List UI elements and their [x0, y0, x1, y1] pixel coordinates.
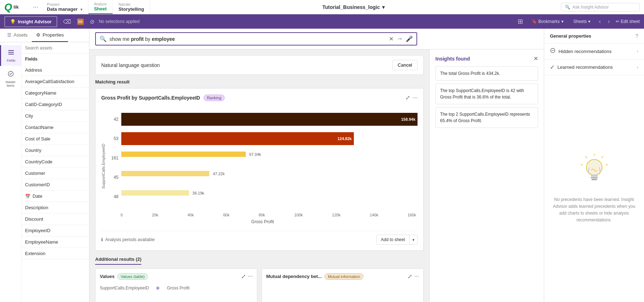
chart-inner: SupportCalls.EmployeeID 42: [101, 108, 418, 224]
field-item-catid[interactable]: CatID-CategoryID: [21, 99, 89, 110]
hidden-rec-arrow-icon: ›: [637, 49, 638, 54]
search-query: show me profit by employee: [109, 36, 386, 42]
field-item-contactname[interactable]: ContactName: [21, 122, 89, 133]
main-content: 🔍 show me profit by employee ✕ → 🎤 Natur…: [89, 29, 544, 302]
mini-card-mutual-header: Mutual dependency bet... Mutual informat…: [266, 273, 419, 280]
edit-sheet-button[interactable]: ✏ Edit sheet: [616, 19, 640, 24]
field-item-employeeid[interactable]: EmployeeID: [21, 225, 89, 236]
bookmarks-button[interactable]: 🔖 Bookmarks ▾: [529, 18, 566, 25]
field-item-description[interactable]: Description: [21, 202, 89, 214]
nav-narrate[interactable]: Narrate Storytelling: [113, 0, 150, 14]
mini-card-values-actions: ⤢ ···: [241, 273, 253, 280]
mini-card-mutual-title: Mutual dependency bet...: [266, 274, 322, 279]
fields-header: Fields: [21, 54, 89, 64]
search-bar: 🔍 show me profit by employee ✕ → 🎤: [89, 29, 544, 49]
top-nav: Q lik ··· Prepare Data manager ▾ Analyze…: [0, 0, 644, 14]
insights-close-icon[interactable]: ✕: [533, 55, 538, 62]
fields-icon: [8, 49, 15, 58]
svg-rect-1: [8, 52, 14, 53]
right-panel: General properties ? Hidden recommendati…: [544, 29, 644, 302]
chart-actions: ⤢ ···: [405, 94, 418, 101]
insights-title: Insights found: [435, 56, 470, 62]
search-clear-icon[interactable]: ✕: [389, 35, 394, 42]
field-item-customerid[interactable]: CustomerID: [21, 179, 89, 191]
nav-analyze-label: Analyze: [94, 2, 107, 6]
nav-analyze[interactable]: Analyze Sheet: [88, 0, 113, 14]
bar-value-161: 67.04k: [249, 152, 261, 157]
field-item-country[interactable]: Country: [21, 145, 89, 156]
svg-rect-12: [591, 174, 598, 176]
sidebar-item-fields[interactable]: Fields: [0, 45, 21, 66]
bar-label-161: 161: [108, 155, 118, 160]
matching-result-section: Matching result Gross Profit by SupportC…: [95, 79, 424, 251]
properties-tab[interactable]: ⚙ Properties: [32, 29, 68, 42]
nav-prepare[interactable]: Prepare Data manager ▾: [41, 0, 88, 14]
search-mic-icon[interactable]: 🎤: [406, 35, 413, 42]
sheets-dropdown-icon: ▾: [588, 19, 590, 24]
learned-recommendations-section[interactable]: ✓ Learned recommendations ›: [544, 59, 644, 75]
mutual-expand-icon[interactable]: ⤢: [408, 273, 412, 280]
add-to-sheet-button[interactable]: Add to sheet ▾: [376, 235, 418, 245]
bars-container: 42 158.94k 53: [108, 108, 418, 216]
calendar-icon: 📅: [25, 194, 30, 199]
chart-title-area: Gross Profit by SupportCalls.EmployeeID …: [101, 95, 225, 101]
svg-rect-14: [591, 179, 597, 180]
field-item-date[interactable]: 📅 Date: [21, 191, 89, 202]
more-options-icon[interactable]: ···: [30, 0, 41, 14]
add-to-sheet-dropdown-icon[interactable]: ▾: [410, 236, 417, 244]
expand-icon[interactable]: ⤢: [405, 94, 410, 101]
selection-back-icon[interactable]: ⌫: [62, 17, 73, 27]
toolbar-actions: ⌫ ⏩ ⊘ No selections applied: [62, 17, 512, 27]
field-item-address[interactable]: Address: [21, 64, 89, 76]
nav-prev-icon[interactable]: ‹: [597, 17, 602, 26]
bar-label-53: 53: [108, 136, 118, 141]
hidden-recommendations-section[interactable]: Hidden recommendations ›: [544, 43, 644, 59]
svg-line-8: [606, 164, 608, 165]
cancel-button[interactable]: Cancel: [392, 60, 418, 70]
logo-area: Q lik: [0, 0, 30, 14]
field-item-employeename[interactable]: EmployeeName: [21, 236, 89, 248]
nav-next-icon[interactable]: ›: [606, 17, 611, 26]
search-submit-icon[interactable]: →: [396, 35, 403, 43]
ask-insight-input[interactable]: 🔍 Ask Insight Advisor: [561, 3, 640, 11]
learned-rec-label: Learned recommendations: [557, 64, 613, 70]
values-expand-icon[interactable]: ⤢: [241, 273, 246, 280]
sidebar-item-master-items[interactable]: Master items: [0, 67, 21, 91]
master-items-icon: [7, 70, 14, 79]
values-link-icon[interactable]: ⊕: [156, 286, 160, 291]
sheets-button[interactable]: Sheets ▾: [571, 18, 593, 25]
field-item-customer[interactable]: Customer: [21, 168, 89, 179]
insight-icon: 💡: [10, 19, 16, 24]
bar-value-45: 47.22k: [213, 172, 225, 176]
master-items-label: Master items: [1, 80, 20, 87]
values-more-icon[interactable]: ···: [248, 273, 253, 280]
field-item-costofsale[interactable]: Cost of Sale: [21, 133, 89, 145]
bar-wrapper-161: 67.04k: [121, 152, 418, 164]
lightbulb-area: No precedents have been learned. Insight…: [544, 75, 644, 302]
field-item-avgcall[interactable]: AverageCallSatisfaction: [21, 76, 89, 87]
search-input-wrap[interactable]: 🔍 show me profit by employee ✕ → 🎤: [95, 32, 417, 45]
insight-advisor-button[interactable]: 💡 Insight Advisor: [4, 16, 57, 27]
help-icon[interactable]: ?: [635, 33, 638, 39]
more-options-icon[interactable]: ···: [413, 95, 418, 101]
search-assets-input[interactable]: [25, 45, 86, 51]
field-item-extension[interactable]: Extension: [21, 248, 89, 259]
search-icon: 🔍: [565, 5, 570, 10]
selection-fwd-icon[interactable]: ⏩: [75, 17, 86, 27]
analysis-periods: ℹ Analysis periods available: [101, 237, 155, 242]
field-item-city[interactable]: City: [21, 110, 89, 122]
app-name[interactable]: Tutorial_Business_logic ▾: [322, 4, 385, 10]
fields-list: Address AverageCallSatisfaction Category…: [21, 64, 89, 302]
grid-icon[interactable]: ⊞: [516, 16, 525, 27]
mutual-more-icon[interactable]: ···: [414, 273, 419, 280]
ask-insight-label: Ask Insight Advisor: [572, 5, 609, 10]
field-item-categoryname[interactable]: CategoryName: [21, 87, 89, 99]
field-item-discount[interactable]: Discount: [21, 214, 89, 225]
field-item-countrycode[interactable]: CountryCode: [21, 156, 89, 168]
bar-wrapper-48: 36.19k: [121, 190, 418, 203]
nav-analyze-title: Sheet: [94, 6, 107, 11]
assets-tab[interactable]: ☰ Assets: [3, 29, 32, 42]
selection-clear-icon[interactable]: ⊘: [88, 17, 96, 27]
x-axis: 0 20k 40k 60k 80k 100k 120k 140k 160k: [108, 213, 418, 217]
nav-prepare-title: Data manager ▾: [47, 6, 82, 12]
